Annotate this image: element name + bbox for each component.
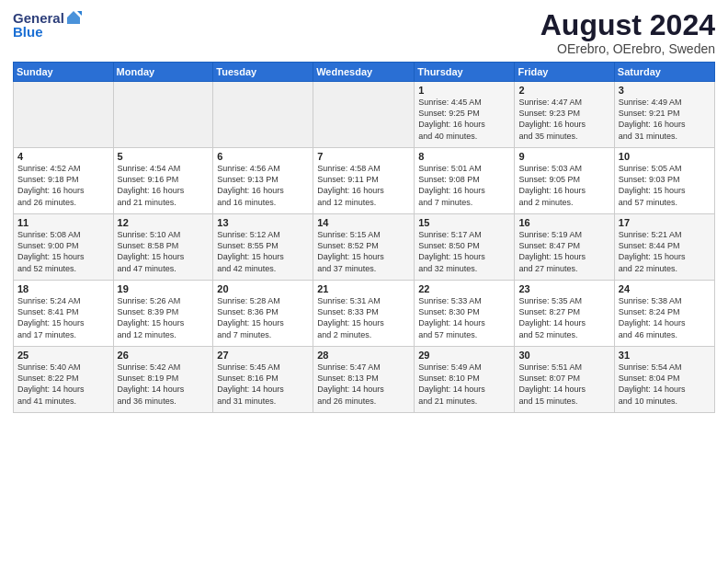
day-number: 31 [619,350,711,361]
calendar-page: General Blue August 2024 OErebro, OErebr… [0,0,728,563]
col-friday: Friday [515,63,614,82]
day-info: Sunrise: 5:47 AM Sunset: 8:13 PM Dayligh… [317,362,410,407]
day-info: Sunrise: 5:21 AM Sunset: 8:44 PM Dayligh… [619,229,711,274]
location: OErebro, OErebro, Sweden [540,41,715,56]
day-number: 5 [118,151,210,162]
day-cell: 1Sunrise: 4:45 AM Sunset: 9:25 PM Daylig… [415,82,515,148]
day-cell: 24Sunrise: 5:38 AM Sunset: 8:24 PM Dayli… [614,281,714,347]
day-info: Sunrise: 5:28 AM Sunset: 8:36 PM Dayligh… [217,295,309,340]
day-number: 6 [217,151,309,162]
day-info: Sunrise: 5:24 AM Sunset: 8:41 PM Dayligh… [17,295,109,340]
day-number: 13 [217,217,309,228]
day-cell: 4Sunrise: 4:52 AM Sunset: 9:18 PM Daylig… [14,148,114,214]
day-info: Sunrise: 5:10 AM Sunset: 8:58 PM Dayligh… [118,229,210,274]
day-cell: 11Sunrise: 5:08 AM Sunset: 9:00 PM Dayli… [14,214,114,281]
day-cell: 28Sunrise: 5:47 AM Sunset: 8:13 PM Dayli… [313,347,415,413]
day-number: 14 [317,217,410,228]
week-row-3: 11Sunrise: 5:08 AM Sunset: 9:00 PM Dayli… [14,214,715,281]
day-cell: 16Sunrise: 5:19 AM Sunset: 8:47 PM Dayli… [515,214,614,281]
day-info: Sunrise: 5:49 AM Sunset: 8:10 PM Dayligh… [418,362,510,407]
day-number: 7 [317,151,410,162]
week-row-4: 18Sunrise: 5:24 AM Sunset: 8:41 PM Dayli… [14,281,715,347]
title-block: August 2024 OErebro, OErebro, Sweden [540,9,715,56]
day-info: Sunrise: 5:33 AM Sunset: 8:30 PM Dayligh… [418,295,510,340]
day-info: Sunrise: 4:58 AM Sunset: 9:11 PM Dayligh… [317,163,410,208]
day-number: 4 [17,151,109,162]
month-title: August 2024 [540,9,715,41]
calendar-table: Sunday Monday Tuesday Wednesday Thursday… [13,62,715,413]
day-cell: 20Sunrise: 5:28 AM Sunset: 8:36 PM Dayli… [213,281,313,347]
day-cell [313,82,415,148]
day-cell: 9Sunrise: 5:03 AM Sunset: 9:05 PM Daylig… [515,148,614,214]
day-info: Sunrise: 5:31 AM Sunset: 8:33 PM Dayligh… [317,295,410,340]
day-cell: 13Sunrise: 5:12 AM Sunset: 8:55 PM Dayli… [213,214,313,281]
week-row-5: 25Sunrise: 5:40 AM Sunset: 8:22 PM Dayli… [14,347,715,413]
day-cell: 26Sunrise: 5:42 AM Sunset: 8:19 PM Dayli… [113,347,213,413]
day-cell: 2Sunrise: 4:47 AM Sunset: 9:23 PM Daylig… [515,82,614,148]
day-info: Sunrise: 5:03 AM Sunset: 9:05 PM Dayligh… [518,163,609,208]
day-info: Sunrise: 4:47 AM Sunset: 9:23 PM Dayligh… [518,97,609,142]
day-info: Sunrise: 5:12 AM Sunset: 8:55 PM Dayligh… [217,229,309,274]
day-cell: 18Sunrise: 5:24 AM Sunset: 8:41 PM Dayli… [14,281,114,347]
day-number: 20 [217,283,309,294]
day-cell: 5Sunrise: 4:54 AM Sunset: 9:16 PM Daylig… [113,148,213,214]
day-info: Sunrise: 4:54 AM Sunset: 9:16 PM Dayligh… [118,163,210,208]
logo: General Blue [13,9,83,40]
col-sunday: Sunday [14,63,114,82]
day-info: Sunrise: 5:19 AM Sunset: 8:47 PM Dayligh… [518,229,609,274]
logo-blue: Blue [13,24,43,40]
day-info: Sunrise: 5:51 AM Sunset: 8:07 PM Dayligh… [518,362,609,407]
day-number: 26 [118,350,210,361]
day-info: Sunrise: 5:40 AM Sunset: 8:22 PM Dayligh… [17,362,109,407]
day-number: 24 [619,283,711,294]
day-info: Sunrise: 4:45 AM Sunset: 9:25 PM Dayligh… [418,97,510,142]
logo-general: General [13,10,64,26]
day-number: 22 [418,283,510,294]
day-cell: 10Sunrise: 5:05 AM Sunset: 9:03 PM Dayli… [614,148,714,214]
day-info: Sunrise: 5:35 AM Sunset: 8:27 PM Dayligh… [518,295,609,340]
day-number: 1 [418,85,510,96]
day-info: Sunrise: 5:15 AM Sunset: 8:52 PM Dayligh… [317,229,410,274]
day-number: 18 [17,283,109,294]
logo-icon [65,9,82,26]
day-number: 12 [118,217,210,228]
week-row-2: 4Sunrise: 4:52 AM Sunset: 9:18 PM Daylig… [14,148,715,214]
day-cell: 17Sunrise: 5:21 AM Sunset: 8:44 PM Dayli… [614,214,714,281]
day-number: 11 [17,217,109,228]
day-cell: 25Sunrise: 5:40 AM Sunset: 8:22 PM Dayli… [14,347,114,413]
day-cell: 27Sunrise: 5:45 AM Sunset: 8:16 PM Dayli… [213,347,313,413]
col-monday: Monday [113,63,213,82]
day-cell: 22Sunrise: 5:33 AM Sunset: 8:30 PM Dayli… [415,281,515,347]
day-info: Sunrise: 4:56 AM Sunset: 9:13 PM Dayligh… [217,163,309,208]
day-cell: 8Sunrise: 5:01 AM Sunset: 9:08 PM Daylig… [415,148,515,214]
day-number: 2 [518,85,609,96]
day-cell: 6Sunrise: 4:56 AM Sunset: 9:13 PM Daylig… [213,148,313,214]
day-cell: 23Sunrise: 5:35 AM Sunset: 8:27 PM Dayli… [515,281,614,347]
day-cell: 3Sunrise: 4:49 AM Sunset: 9:21 PM Daylig… [614,82,714,148]
day-cell [113,82,213,148]
day-number: 23 [518,283,609,294]
day-cell: 19Sunrise: 5:26 AM Sunset: 8:39 PM Dayli… [113,281,213,347]
svg-marker-0 [67,11,80,24]
day-cell: 31Sunrise: 5:54 AM Sunset: 8:04 PM Dayli… [614,347,714,413]
day-number: 17 [619,217,711,228]
day-number: 8 [418,151,510,162]
day-number: 19 [118,283,210,294]
day-cell: 15Sunrise: 5:17 AM Sunset: 8:50 PM Dayli… [415,214,515,281]
day-info: Sunrise: 4:52 AM Sunset: 9:18 PM Dayligh… [17,163,109,208]
day-cell [213,82,313,148]
day-info: Sunrise: 5:05 AM Sunset: 9:03 PM Dayligh… [619,163,711,208]
day-cell: 21Sunrise: 5:31 AM Sunset: 8:33 PM Dayli… [313,281,415,347]
col-thursday: Thursday [415,63,515,82]
day-number: 29 [418,350,510,361]
day-cell: 14Sunrise: 5:15 AM Sunset: 8:52 PM Dayli… [313,214,415,281]
col-tuesday: Tuesday [213,63,313,82]
day-info: Sunrise: 5:26 AM Sunset: 8:39 PM Dayligh… [118,295,210,340]
day-number: 15 [418,217,510,228]
day-number: 16 [518,217,609,228]
day-cell: 12Sunrise: 5:10 AM Sunset: 8:58 PM Dayli… [113,214,213,281]
day-info: Sunrise: 4:49 AM Sunset: 9:21 PM Dayligh… [619,97,711,142]
day-info: Sunrise: 5:17 AM Sunset: 8:50 PM Dayligh… [418,229,510,274]
day-number: 3 [619,85,711,96]
svg-marker-1 [77,11,82,16]
